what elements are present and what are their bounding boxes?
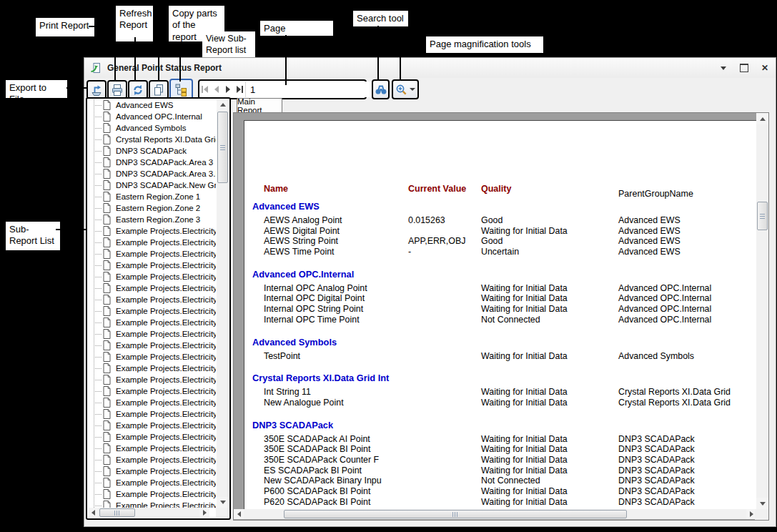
report-cell-value: 0.015263	[408, 215, 445, 225]
document-icon	[103, 432, 111, 442]
current-page-input[interactable]	[245, 82, 376, 97]
scroll-down-button[interactable]	[756, 498, 768, 509]
page-magnification-button[interactable]	[392, 79, 419, 99]
tree-item[interactable]: Example Projects.Electricity.S	[87, 305, 216, 317]
search-button[interactable]	[372, 79, 390, 99]
scroll-right-button[interactable]	[199, 508, 209, 518]
tree-vertical-scrollbar[interactable]	[217, 99, 229, 508]
tree-item[interactable]: Eastern Region.Zone 1	[87, 191, 216, 202]
document-icon	[103, 272, 111, 282]
report-cell-name: TestPoint	[264, 351, 300, 361]
tree-trunk-line	[94, 99, 94, 508]
callout-line-subreport	[179, 56, 181, 82]
close-icon[interactable]	[760, 63, 770, 73]
tree-item[interactable]: Example Projects.Electricity.S	[87, 408, 216, 420]
tree-item[interactable]: Example Projects.Electricity.S	[87, 431, 216, 443]
callout-line-export	[66, 87, 88, 89]
tree-item[interactable]: Example Projects.Electricity.S	[87, 363, 216, 374]
scroll-down-button[interactable]	[217, 497, 229, 508]
maximize-icon[interactable]	[739, 63, 749, 73]
tree-item[interactable]: Example Projects.Electricity.S	[87, 397, 216, 408]
document-icon	[103, 237, 111, 247]
document-icon	[103, 146, 111, 156]
document-icon	[103, 386, 111, 396]
tree-item[interactable]: Example Projects.Electricity.S	[87, 443, 216, 454]
scroll-left-button[interactable]	[88, 508, 98, 518]
scrollbar-thumb[interactable]	[217, 112, 228, 183]
tree-item[interactable]: Advanced OPC.Internal	[87, 111, 216, 122]
refresh-report-button[interactable]	[128, 80, 148, 99]
scrollbar-thumb[interactable]	[99, 508, 135, 517]
first-page-button[interactable]	[199, 82, 211, 97]
zoom-dropdown-caret-icon[interactable]	[410, 88, 415, 91]
print-report-button[interactable]	[107, 80, 127, 99]
tree-item[interactable]: DNP3 SCADAPack.Area 3	[87, 157, 216, 168]
tree-item[interactable]: Example Projects.Electricity.C	[87, 237, 216, 248]
tree-item[interactable]: Example Projects.Electricity.S	[87, 351, 216, 363]
tree-horizontal-scrollbar[interactable]	[88, 508, 209, 518]
report-cell-quality: Waiting for Initial Data	[481, 293, 568, 303]
next-page-button[interactable]	[222, 82, 234, 97]
export-to-file-button[interactable]	[86, 80, 107, 99]
tree-item[interactable]: Example Projects.Electricity.S	[87, 488, 216, 500]
report-cell-name: 350E SCADAPack BI Point	[264, 444, 370, 454]
tree-item[interactable]: DNP3 SCADAPack	[87, 145, 216, 157]
tree-item[interactable]: Example Projects.Electricity.S	[87, 374, 216, 385]
tree-branch-line	[94, 506, 102, 506]
tree-item[interactable]: Example Projects.Electricity.S	[87, 466, 216, 477]
tree-item[interactable]: Example Projects.Electricity.C	[87, 260, 216, 271]
tree-item[interactable]: Example Projects.Electricity.S	[87, 317, 216, 328]
callout-line-magnify	[400, 52, 401, 81]
tree-item-label: Example Projects.Electricity.S	[116, 501, 216, 508]
window-menu-caret-icon[interactable]	[718, 63, 728, 73]
tree-item[interactable]: Example Projects.Electricity.S	[87, 477, 216, 488]
tree-item[interactable]: Example Projects.Electricity.S	[87, 340, 216, 351]
report-cell-parent: Advanced EWS	[618, 236, 681, 246]
tree-item[interactable]: Advanced EWS	[87, 99, 216, 111]
tree-item[interactable]: Example Projects.Electricity.S	[87, 271, 216, 282]
tree-item[interactable]: DNP3 SCADAPack.Area 3.Int	[87, 168, 216, 179]
tree-item[interactable]: Example Projects.Electricity.S	[87, 385, 216, 397]
report-group-heading: Advanced Symbols	[252, 337, 756, 348]
tree-item-label: Example Projects.Electricity.S	[116, 375, 216, 384]
report-horizontal-scrollbar[interactable]	[234, 509, 756, 519]
tree-item[interactable]: Example Projects.Electricity.S	[87, 294, 216, 305]
callout-line-print	[89, 26, 116, 27]
last-page-button[interactable]	[234, 82, 245, 97]
tree-item-label: Example Projects.Electricity.S	[116, 307, 216, 315]
scrollbar-thumb[interactable]	[757, 202, 768, 230]
scroll-left-button[interactable]	[234, 509, 244, 519]
scroll-up-button[interactable]	[217, 99, 229, 110]
report-cell-name: P600 SCADAPack BI Point	[264, 486, 370, 496]
tree-item[interactable]: Example Projects.Electricity.C	[87, 248, 216, 260]
tab-main-report[interactable]: Main Report	[237, 98, 282, 113]
tree-item[interactable]: Example Projects.Electricity.S	[87, 500, 216, 508]
copy-report-button[interactable]	[149, 80, 169, 99]
scrollbar-thumb[interactable]	[284, 510, 627, 518]
tree-item-label: Example Projects.Electricity.S	[116, 444, 216, 453]
report-page: Name Current Value Quality ParentGroupNa…	[244, 120, 756, 509]
tree-item[interactable]: Example Projects.Electricity.S	[87, 420, 216, 431]
tree-branch-line	[94, 208, 102, 209]
report-row: AEWS Analog Point0.015263GoodAdvanced EW…	[244, 215, 756, 226]
document-icon	[103, 443, 111, 453]
tree-item[interactable]: Advanced Symbols	[87, 122, 216, 134]
callout-view-subreport: View Sub-Report list	[202, 31, 255, 57]
tree-item-label: Example Projects.Electricity.S	[116, 410, 216, 418]
tree-item[interactable]: Example Projects.Electricity.S	[87, 282, 216, 294]
tree-item-label: Example Projects.Electricity.S	[116, 295, 216, 304]
report-cell-quality: Waiting for Initial Data	[481, 304, 568, 314]
tree-item[interactable]: DNP3 SCADAPack.New Group	[87, 179, 216, 191]
tree-item-label: Example Projects.Electricity.S	[116, 433, 216, 441]
scroll-up-button[interactable]	[756, 113, 768, 124]
tree-item[interactable]: Example Projects.Electricity.C	[87, 225, 216, 237]
tree-item-label: Eastern Region.Zone 1	[116, 192, 200, 201]
tree-item[interactable]: Eastern Region.Zone 3	[87, 214, 216, 225]
tree-item[interactable]: Example Projects.Electricity.S	[87, 454, 216, 466]
tree-item[interactable]: Example Projects.Electricity.S	[87, 328, 216, 340]
previous-page-button[interactable]	[211, 82, 222, 97]
document-icon	[103, 306, 111, 316]
tree-item[interactable]: Crystal Reports XI.Data Grid	[87, 134, 216, 145]
tree-item[interactable]: Eastern Region.Zone 2	[87, 202, 216, 214]
report-vertical-scrollbar[interactable]	[756, 113, 768, 509]
